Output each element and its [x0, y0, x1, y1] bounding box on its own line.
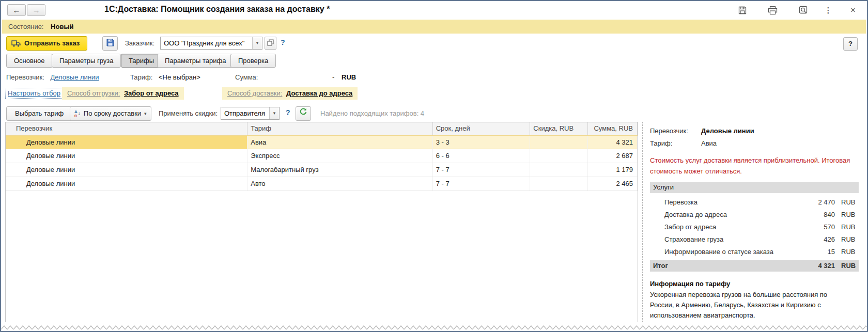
send-order-button[interactable]: Отправить заказ — [6, 36, 87, 51]
customer-value: ООО "Праздник для всех" — [161, 37, 252, 49]
open-form-icon — [267, 39, 274, 48]
save-icon — [738, 6, 747, 15]
found-tariffs-text: Найдено подходящих тарифов: 4 — [320, 109, 424, 117]
tab-parametry-tarifa[interactable]: Параметры тарифа — [157, 54, 234, 68]
sum-summary: Сумма: - RUB — [235, 72, 356, 83]
back-button[interactable]: ← — [7, 4, 26, 16]
details-carrier-label: Перевозчик: — [650, 125, 701, 137]
table-row[interactable]: Деловые линии Авто 7 - 7 2 465 — [6, 177, 638, 191]
service-row: Перевозка 2 470 RUB — [650, 196, 859, 209]
table-row[interactable]: Деловые линии Экспресс 6 - 6 2 687 — [6, 149, 638, 163]
tariff-info-text: Ускоренная перевозка грузов на большие р… — [650, 290, 851, 321]
close-button[interactable]: × — [847, 5, 859, 15]
search-icon — [799, 6, 809, 15]
service-row: Забор от адреса 570 RUB — [650, 221, 859, 233]
service-row: Страхование груза 426 RUB — [650, 233, 859, 246]
help-icon: ? — [848, 40, 853, 48]
discount-value: Отправителя — [221, 107, 269, 119]
column-header-sum[interactable]: Сумма, RUB — [588, 122, 638, 135]
tab-proverka[interactable]: Проверка — [230, 54, 276, 68]
carrier-link[interactable]: Деловые линии — [50, 73, 99, 81]
refresh-icon — [299, 107, 307, 120]
discount-dropdown-button[interactable]: ▾ — [269, 107, 279, 119]
discount-label: Применять скидки: — [159, 109, 218, 117]
column-header-tariff[interactable]: Тариф — [247, 122, 432, 135]
sum-value: - — [332, 73, 334, 81]
sort-button-label: По сроку доставки — [84, 107, 141, 120]
tariff-label: Тариф: — [130, 73, 152, 81]
kebab-icon: ⋮ — [825, 6, 832, 15]
shipment-method-link[interactable]: Способ отгрузки: Забор от адреса — [62, 87, 184, 100]
configure-filter-link[interactable]: Настроить отбор — [5, 88, 63, 99]
sort-button[interactable]: Ая ↓ По сроку доставки ▾ — [70, 106, 151, 121]
cost-warning-text: Стоимость услуг доставки является прибли… — [650, 155, 855, 177]
total-row: Итог 4 321 RUB — [650, 260, 859, 272]
chevron-down-icon: ▾ — [256, 40, 259, 45]
discount-help-link[interactable]: ? — [286, 108, 290, 117]
column-header-carrier[interactable]: Перевозчик — [6, 122, 247, 135]
tariff-info-header: Информация по тарифу — [650, 280, 859, 288]
column-header-term[interactable]: Срок, дней — [433, 122, 531, 135]
service-row: Доставка до адреса 840 RUB — [650, 209, 859, 221]
tariff-value: <Не выбран> — [159, 73, 200, 81]
sum-currency: RUB — [342, 73, 356, 81]
carrier-summary: Перевозчик: Деловые линии — [6, 72, 99, 83]
customer-dropdown-button[interactable]: ▾ — [252, 37, 262, 49]
page-title: 1С:Доставка: Помощник создания заказа на… — [104, 5, 330, 14]
refresh-button[interactable] — [296, 106, 311, 121]
tariff-details-panel: Перевозчик: Деловые линии Тариф: Авиа Ст… — [650, 125, 859, 321]
tariffs-table: Перевозчик Тариф Срок, дней Скидка, RUB … — [5, 122, 638, 322]
tab-parametry-gruza[interactable]: Параметры груза — [52, 54, 121, 68]
delivery-method-link[interactable]: Способ доставки: Доставка до адреса — [222, 87, 358, 100]
floppy-icon — [106, 38, 115, 49]
services-header: Услуги — [650, 182, 859, 193]
service-row: Информирование о статусе заказа 15 RUB — [650, 246, 859, 258]
details-carrier-value: Деловые линии — [701, 125, 754, 137]
save-button[interactable] — [737, 5, 748, 15]
shipment-method-value: Забор от адреса — [124, 89, 179, 97]
table-row[interactable]: Деловые линии Авиа 3 - 3 4 321 — [6, 135, 638, 149]
help-button[interactable]: ? — [843, 37, 858, 51]
back-icon: ← — [13, 6, 21, 14]
sort-az-icon: Ая ↓ — [74, 107, 81, 120]
print-button[interactable] — [767, 5, 778, 15]
status-label: Состояние: — [8, 23, 43, 30]
total-currency: RUB — [835, 260, 859, 272]
status-bar: Состояние: Новый — [2, 20, 866, 34]
select-tariff-button[interactable]: Выбрать тариф — [6, 106, 72, 121]
send-order-label: Отправить заказ — [24, 39, 80, 47]
customer-help-link[interactable]: ? — [281, 38, 285, 46]
details-tariff-value: Авиа — [701, 137, 717, 150]
app-window: ← → 1С:Доставка: Помощник создания заказ… — [0, 0, 868, 332]
forward-icon: → — [33, 6, 40, 14]
tab-tarify[interactable]: Тарифы — [121, 54, 162, 68]
save-draft-button[interactable] — [102, 36, 118, 51]
more-menu-button[interactable]: ⋮ — [823, 5, 834, 15]
delivery-method-value: Доставка до адреса — [286, 89, 352, 97]
shipment-method-label: Способ отгрузки: — [67, 89, 120, 97]
tariff-summary: Тариф: <Не выбран> — [130, 72, 200, 83]
total-label: Итог — [650, 260, 801, 272]
total-price: 4 321 — [801, 260, 835, 272]
table-header: Перевозчик Тариф Срок, дней Скидка, RUB … — [6, 122, 638, 135]
status-value: Новый — [51, 23, 73, 30]
sum-label: Сумма: — [235, 73, 258, 81]
find-button[interactable] — [798, 5, 809, 15]
torn-edge-decoration — [1, 324, 867, 331]
close-icon: × — [850, 5, 856, 15]
print-icon — [768, 6, 778, 15]
table-row[interactable]: Деловые линии Малогабаритный груз 7 - 7 … — [6, 163, 638, 177]
delivery-method-label: Способ доставки: — [227, 89, 282, 97]
details-tariff-label: Тариф: — [650, 137, 701, 150]
tab-osnovnoe[interactable]: Основное — [6, 54, 53, 68]
column-header-discount[interactable]: Скидка, RUB — [530, 122, 588, 135]
sort-chevron-icon: ▾ — [144, 107, 147, 120]
panel-splitter[interactable] — [642, 122, 643, 322]
forward-button[interactable]: → — [27, 4, 45, 16]
customer-input[interactable]: ООО "Праздник для всех" ▾ — [160, 37, 262, 50]
customer-open-button[interactable] — [265, 37, 276, 50]
chevron-down-icon: ▾ — [273, 110, 276, 116]
customer-label: Заказчик: — [125, 39, 154, 47]
discount-select[interactable]: Отправителя ▾ — [221, 107, 280, 120]
carrier-label: Перевозчик: — [6, 73, 44, 81]
